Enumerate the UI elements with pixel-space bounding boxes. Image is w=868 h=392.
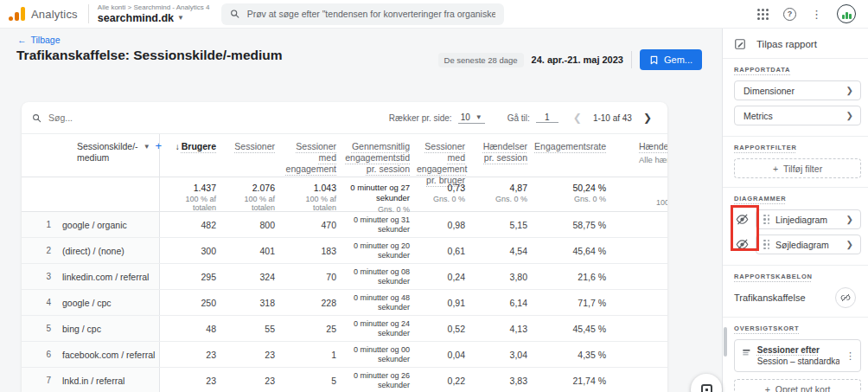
metric-cell: 0 minutter og 20 sekunder [343, 238, 417, 263]
global-search[interactable] [221, 3, 504, 25]
add-filter-button[interactable]: + Tilføj filter [734, 158, 861, 178]
dimension-cell: 2(direct) / (none) [22, 238, 160, 263]
page-title: Trafikanskaffelse: Sessionskilde/-medium [16, 48, 283, 63]
table-row[interactable]: 2(direct) / (none)3004011830 minutter og… [22, 238, 667, 264]
metric-cell: 3,80 [472, 264, 534, 289]
metric-cell: 470 [282, 212, 343, 237]
section-rapportfilter: RAPPORTFILTER + Tilføj filter [723, 137, 868, 188]
metric-cell: 401 [223, 238, 282, 263]
topbar: Analytics Alle konti > Searchmind - Anal… [0, 0, 868, 29]
toggle-visibility-bar-chart-icon[interactable] [734, 238, 750, 251]
table-row[interactable]: 7lnkd.in / referral232350 minutter og 26… [22, 368, 667, 392]
search-icon [230, 9, 239, 19]
create-card-button[interactable]: + Opret nyt kort [734, 379, 861, 392]
table-row[interactable]: 1google / organic4828004700 minutter og … [22, 212, 667, 238]
metric-cell: 0 minutter og 26 sekunder [343, 368, 417, 392]
drag-handle-icon[interactable] [763, 215, 769, 225]
rows-per-page-select[interactable]: 10 ▼ [458, 112, 485, 124]
plus-icon: + [765, 384, 770, 392]
report-table-card: Rækker pr. side: 10 ▼ Gå til: ❮ 1-10 af … [22, 102, 667, 392]
goto-label: Gå til: [507, 113, 530, 123]
next-page-icon[interactable]: ❯ [641, 112, 654, 124]
back-arrow-icon: ← [17, 35, 27, 45]
table-row[interactable]: 4google / cpc2503182280 minutter og 48 s… [22, 290, 667, 316]
metric-cell: 3,04 [472, 342, 534, 367]
row-number: 2 [29, 246, 51, 255]
global-search-input[interactable] [247, 9, 496, 19]
chevron-right-icon: ❯ [846, 111, 853, 120]
table-search[interactable] [32, 112, 205, 123]
property-name: searchmind.dk [98, 12, 174, 24]
dimension-cell: 5bing / cpc [22, 316, 160, 341]
card-drag-icon[interactable] [742, 347, 751, 358]
more-options-icon[interactable]: ⋮ [811, 8, 822, 21]
help-icon[interactable]: ? [783, 8, 796, 21]
metric-cell: 4,13 [472, 316, 534, 341]
summary-card[interactable]: Sessioner efter Session – standardkana..… [734, 339, 861, 372]
row-number: 6 [29, 350, 51, 359]
metric-cell [613, 342, 667, 367]
search-icon [32, 113, 41, 123]
edit-report-icon [734, 38, 746, 50]
chevron-down-icon: ▼ [144, 141, 150, 152]
metric-cell: 71,7 % [534, 290, 613, 315]
metric-cell: 0,98 [417, 212, 472, 237]
bar-chart-button[interactable]: Søjlediagram ❯ [756, 235, 861, 254]
metric-cell: 3,83 [472, 368, 534, 392]
metric-cell: 23 [223, 368, 282, 392]
rows-per-page-label: Rækker pr. side: [389, 113, 452, 123]
divider [631, 51, 632, 68]
drag-handle-icon[interactable] [763, 240, 769, 250]
analytics-logo-icon[interactable] [9, 7, 25, 21]
source-medium-value: google / cpc [62, 298, 112, 308]
save-button[interactable]: Gem... [640, 49, 702, 70]
account-switcher[interactable]: Alle konti > Searchmind - Analytics 4 se… [98, 3, 210, 24]
account-avatar[interactable] [837, 4, 856, 23]
table-header-row: Sessionskilde/-medium ▼ + ↓Brugere Sessi… [22, 134, 667, 177]
divider [88, 4, 89, 23]
metric-cell: 45,45 % [534, 316, 613, 341]
row-number: 5 [29, 324, 51, 333]
metric-cell: 0,24 [417, 264, 472, 289]
table-row[interactable]: 3linkedin.com / referral295324700 minutt… [22, 264, 667, 290]
date-preset-chip: De seneste 28 dage [438, 53, 524, 67]
prev-page-icon[interactable]: ❮ [571, 112, 584, 124]
table-controls: Rækker pr. side: 10 ▼ Gå til: ❮ 1-10 af … [22, 102, 667, 134]
goto-page-input[interactable] [536, 112, 558, 123]
metric-cell: 0 minutter og 24 sekunder [343, 316, 417, 341]
table-body: 1google / organic4828004700 minutter og … [22, 212, 667, 392]
sidebar-scrollbar[interactable] [724, 327, 727, 357]
row-number: 3 [29, 272, 51, 281]
section-label: RAPPORTSKABELON [734, 273, 861, 280]
dimensions-button[interactable]: Dimensioner ❯ [734, 80, 861, 100]
metric-cell [613, 264, 667, 289]
metric-cell: 250 [160, 290, 223, 315]
summary-card-subtitle: Session – standardkana... [757, 357, 839, 366]
metric-cell: 0,61 [417, 238, 472, 263]
source-medium-value: (direct) / (none) [62, 246, 124, 256]
line-chart-button[interactable]: Linjediagram ❯ [756, 209, 861, 229]
insights-icon [701, 384, 712, 392]
table-row[interactable]: 6facebook.com / referral232310 minutter … [22, 342, 667, 368]
date-range-picker[interactable]: 24. apr.-21. maj 2023 [532, 55, 623, 65]
table-row[interactable]: 5bing / cpc4855250 minutter og 24 sekund… [22, 316, 667, 342]
apps-grid-icon[interactable] [757, 9, 769, 20]
breadcrumb: Alle konti > Searchmind - Analytics 4 [98, 3, 210, 12]
metric-cell: 21,74 % [534, 368, 613, 392]
unlink-template-button[interactable] [835, 287, 856, 308]
metric-cell: 324 [223, 264, 282, 289]
table-totals-row: 1.437100 % af totalen 2.076100 % af tota… [22, 177, 667, 212]
toggle-visibility-line-chart-icon[interactable] [734, 213, 750, 226]
metric-cell [613, 290, 667, 315]
section-diagrammer: DIAGRAMMER Linjediagram ❯ [723, 188, 868, 266]
back-link[interactable]: ← Tilbage [17, 35, 61, 45]
source-medium-value: lnkd.in / referral [62, 376, 124, 386]
metric-cell: 0,52 [417, 316, 472, 341]
metric-cell: 55 [223, 316, 282, 341]
source-medium-value: google / organic [62, 220, 127, 230]
metrics-button[interactable]: Metrics ❯ [734, 106, 861, 125]
row-number: 4 [29, 298, 51, 307]
card-menu-icon[interactable]: ⋮ [846, 350, 855, 362]
table-search-input[interactable] [48, 112, 178, 123]
plus-icon: + [773, 164, 778, 174]
